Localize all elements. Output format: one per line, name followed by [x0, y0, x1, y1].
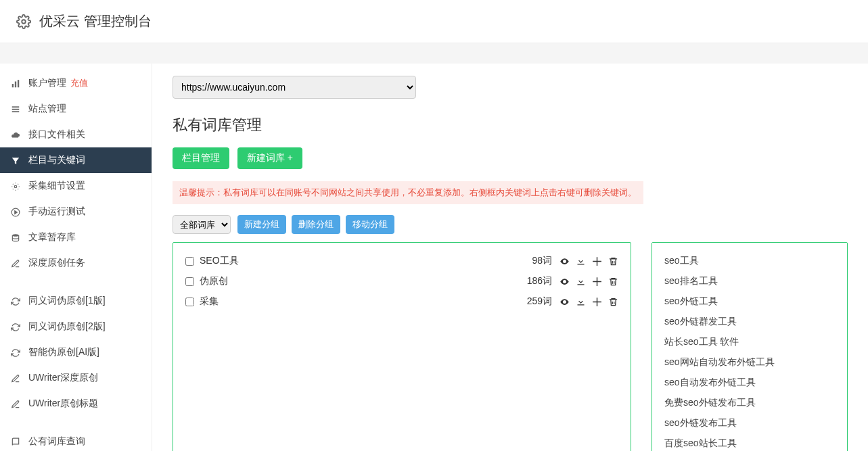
edit-icon [9, 398, 22, 409]
sidebar-item-2[interactable]: 智能伪原创[AI版] [0, 339, 152, 365]
header-title-text: 优采云 管理控制台 [39, 12, 152, 30]
svg-rect-3 [18, 80, 19, 87]
svg-point-9 [12, 234, 18, 237]
gears-icon [9, 181, 22, 191]
plus-icon[interactable] [591, 255, 602, 267]
svg-rect-5 [12, 109, 20, 110]
keyword-list-panel[interactable]: seo工具seo排名工具seo外链工具seo外链群发工具站长seo工具 软件se… [652, 242, 848, 451]
sidebar-item-0[interactable]: 账户管理充值 [0, 70, 152, 96]
refresh-icon [9, 347, 22, 358]
sidebar-item-4[interactable]: 采集细节设置 [0, 173, 152, 199]
delete-group-button[interactable]: 删除分组 [292, 215, 340, 234]
keyword-item[interactable]: seo自动发布外链工具 [664, 373, 835, 393]
svg-rect-2 [15, 81, 16, 87]
sidebar-item-label: 站点管理 [28, 103, 66, 115]
main-content: https://www.ucaiyun.com 私有词库管理 栏目管理 新建词库… [152, 64, 868, 451]
sidebar-item-label: 智能伪原创[AI版] [28, 346, 99, 358]
plus-icon[interactable] [591, 275, 602, 287]
download-icon[interactable] [575, 295, 586, 308]
keyword-item[interactable]: 百度seo站长工具 [664, 433, 835, 451]
keyword-item[interactable]: seo外链工具 [664, 291, 835, 312]
sidebar-item-6[interactable]: 文章暂存库 [0, 224, 152, 250]
trash-icon[interactable] [608, 295, 618, 308]
keyword-item[interactable]: seo外链群发工具 [664, 312, 835, 332]
sidebar-item-label: 栏目与关键词 [28, 154, 85, 166]
sidebar-item-label: 文章暂存库 [28, 231, 76, 243]
svg-rect-6 [12, 111, 20, 112]
sidebar-item-label: UWriter原创标题 [28, 398, 98, 410]
lexicon-row: SEO工具98词 [185, 251, 618, 271]
book-icon [9, 436, 22, 447]
play-icon [9, 206, 22, 217]
eye-icon[interactable] [559, 255, 570, 267]
download-icon[interactable] [575, 255, 586, 267]
sidebar-item-3[interactable]: UWriter深度原创 [0, 365, 152, 391]
refresh-icon [9, 321, 22, 332]
sidebar-item-7[interactable]: 深度原创任务 [0, 250, 152, 276]
lexicon-checkbox[interactable] [185, 257, 194, 266]
site-select[interactable]: https://www.ucaiyun.com [173, 76, 416, 99]
lexicon-name[interactable]: 采集 [200, 295, 527, 308]
download-icon[interactable] [575, 275, 586, 287]
lexicon-count: 98词 [532, 255, 552, 267]
cloud-icon [9, 129, 22, 140]
lexicon-name[interactable]: 伪原创 [200, 275, 527, 287]
sidebar-item-label: 账户管理 [28, 77, 66, 89]
sidebar-item-label: 同义词伪原创[2版] [28, 321, 106, 333]
lexicon-checkbox[interactable] [185, 298, 194, 306]
sidebar-item-4[interactable]: UWriter原创标题 [0, 391, 152, 417]
keyword-item[interactable]: seo排名工具 [664, 271, 835, 291]
sidebar-item-label: 公有词库查询 [28, 435, 85, 448]
keyword-item[interactable]: seo外链发布工具 [664, 413, 835, 433]
header-gap [0, 43, 868, 64]
sidebar-item-label: 接口文件相关 [28, 128, 85, 141]
trash-icon[interactable] [608, 275, 618, 287]
sidebar-item-label: 手动运行测试 [28, 206, 85, 218]
lexicon-count: 186词 [527, 275, 552, 287]
sidebar-item-2[interactable]: 接口文件相关 [0, 122, 152, 147]
keyword-item[interactable]: 站长seo工具 软件 [664, 332, 835, 352]
sidebar-item-0[interactable]: 同义词伪原创[1版] [0, 288, 152, 314]
page-title: 私有词库管理 [173, 115, 848, 135]
new-group-button[interactable]: 新建分组 [237, 215, 286, 234]
sidebar-item-label: 深度原创任务 [28, 257, 85, 269]
lexicon-checkbox[interactable] [185, 277, 194, 286]
sidebar-item-1[interactable]: 同义词伪原创[2版] [0, 314, 152, 339]
warm-tip: 温馨提示：私有词库可以在同账号不同网站之间共享使用，不必重复添加。右侧框内关键词… [173, 181, 643, 204]
bar-chart-icon [9, 78, 22, 89]
group-select[interactable]: 全部词库 [173, 215, 231, 234]
eye-icon[interactable] [559, 295, 570, 308]
filter-icon [9, 155, 22, 166]
lexicon-count: 259词 [527, 295, 552, 308]
sidebar-item-0[interactable]: 公有词库查询 [0, 429, 152, 451]
lexicon-row: 伪原创186词 [185, 271, 618, 291]
sidebar-item-3[interactable]: 栏目与关键词 [0, 147, 152, 173]
lexicon-row: 采集259词 [185, 291, 618, 312]
keyword-item[interactable]: 免费seo外链发布工具 [664, 393, 835, 413]
edit-icon [9, 373, 22, 383]
list-icon [9, 103, 22, 114]
sidebar-item-1[interactable]: 站点管理 [0, 96, 152, 122]
edit-icon [9, 258, 22, 268]
refresh-icon [9, 295, 22, 306]
lexicon-name[interactable]: SEO工具 [200, 255, 532, 267]
svg-rect-4 [12, 106, 20, 108]
svg-rect-1 [12, 84, 14, 87]
eye-icon[interactable] [559, 275, 570, 287]
sidebar-item-label: UWriter深度原创 [28, 372, 98, 384]
new-lexicon-button[interactable]: 新建词库 + [237, 147, 302, 169]
column-manage-button[interactable]: 栏目管理 [173, 147, 229, 169]
database-icon [9, 232, 22, 243]
sidebar-item-label: 采集细节设置 [28, 180, 85, 192]
plus-icon[interactable] [591, 295, 602, 308]
page-header: 优采云 管理控制台 [0, 0, 868, 43]
keyword-item[interactable]: seo工具 [664, 251, 835, 271]
sidebar-item-badge: 充值 [70, 77, 88, 89]
trash-icon[interactable] [608, 255, 618, 267]
keyword-item[interactable]: seo网站自动发布外链工具 [664, 352, 835, 373]
sidebar: 账户管理充值站点管理接口文件相关栏目与关键词采集细节设置手动运行测试文章暂存库深… [0, 64, 152, 451]
move-group-button[interactable]: 移动分组 [346, 215, 394, 234]
sidebar-item-5[interactable]: 手动运行测试 [0, 199, 152, 224]
sidebar-item-label: 同义词伪原创[1版] [28, 295, 106, 307]
svg-point-7 [14, 185, 17, 188]
